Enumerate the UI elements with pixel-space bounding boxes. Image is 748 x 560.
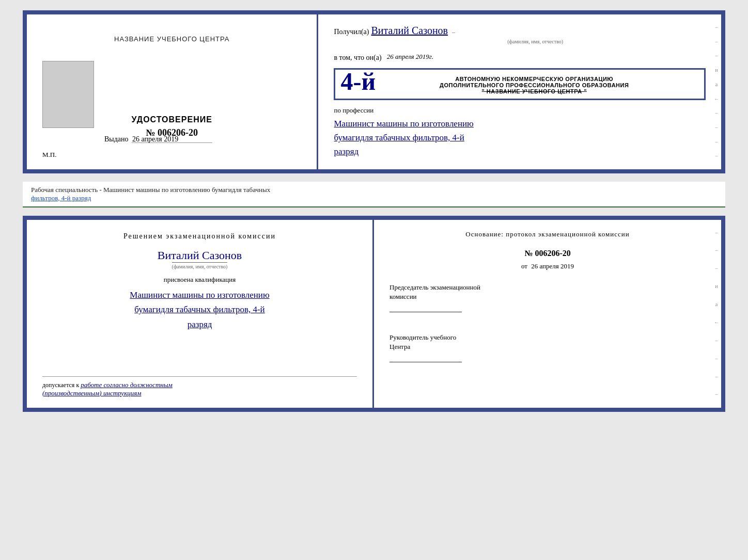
org-name-header: НАЗВАНИЕ УЧЕБНОГО ЦЕНТРА <box>114 35 229 43</box>
vydano-line: Выдано 26 апреля 2019 <box>104 135 178 143</box>
stamp-box: 4-й АВТОНОМНУЮ НЕКОММЕРЧЕСКУЮ ОРГАНИЗАЦИ… <box>334 68 706 100</box>
poluchil-prefix: Получил(а) <box>334 28 369 36</box>
bottom-right-page: Основание: протокол экзаменационной коми… <box>374 220 721 408</box>
ot-date-value: 26 апреля 2019 <box>531 262 574 270</box>
poluchil-row: Получил(а) Виталий Сазонов – <box>334 25 706 37</box>
predsedatel-block: Председатель экзаменационной комиссии <box>389 283 706 312</box>
bottom-left-content: Решением экзаменационной комиссии Витали… <box>42 232 357 333</box>
poluchil-name: Виталий Сазонов <box>371 25 448 36</box>
dopuskaetsya-label: допускается к <box>42 381 79 389</box>
cert-left-page: НАЗВАНИЕ УЧЕБНОГО ЦЕНТРА УДОСТОВЕРЕНИЕ №… <box>27 14 318 169</box>
profession-line1: Машинист машины по изготовлению <box>334 117 706 131</box>
stamp-line3: " НАЗВАНИЕ УЧЕБНОГО ЦЕНТРА " <box>371 88 697 94</box>
cert-right-page: Получил(а) Виталий Сазонов – (фамилия, и… <box>318 14 721 169</box>
osnovanie-title: Основание: протокол экзаменационной коми… <box>389 230 706 238</box>
predsedatel-subtitle: комиссии <box>389 292 706 301</box>
right-edge-dashes-top: – – – и а ← – – – – <box>712 14 721 169</box>
ot-label: от <box>521 262 527 270</box>
bottom-divider <box>42 376 357 377</box>
date-okончил-row: в том, что он(а) 26 апреля 2019г. <box>334 50 706 64</box>
vydano-label: Выдано <box>104 135 129 143</box>
v-tom-chto: в том, что он(а) <box>334 54 381 62</box>
info-bar-line2: фильтров, 4-й разряд <box>31 194 717 202</box>
bottom-certificate-section: Решением экзаменационной комиссии Витали… <box>23 216 725 412</box>
rukovoditel-block: Руководитель учебного Центра <box>389 333 706 362</box>
stamp-line1: АВТОНОМНУЮ НЕКОММЕРЧЕСКУЮ ОРГАНИЗАЦИЮ <box>371 76 697 82</box>
dopuskaetsya-block: допускается к работе согласно должностны… <box>42 372 357 397</box>
stamp-line2: ДОПОЛНИТЕЛЬНОГО ПРОФЕССИОНАЛЬНОГО ОБРАЗО… <box>371 82 697 88</box>
kval-line1: Машинист машины по изготовлению <box>130 288 269 303</box>
bottom-certificate-book: Решением экзаменационной комиссии Витали… <box>23 216 725 412</box>
predsedatel-title: Председатель экзаменационной <box>389 283 706 292</box>
fio-handwritten: Виталий Сазонов <box>158 249 242 262</box>
ot-date: от 26 апреля 2019 <box>389 262 706 270</box>
info-bar-line1: Рабочая специальность - Машинист машины … <box>31 186 717 194</box>
top-certificate-book: НАЗВАНИЕ УЧЕБНОГО ЦЕНТРА УДОСТОВЕРЕНИЕ №… <box>23 10 725 173</box>
right-edge-dashes-bottom: – – – и а ← – – – – <box>712 220 721 408</box>
udostoverenie-title: УДОСТОВЕРЕНИЕ <box>132 115 212 124</box>
rukovoditel-subtitle: Центра <box>389 342 706 351</box>
predsedatel-signature-line <box>389 312 462 312</box>
profession-line3: разряд <box>334 145 706 158</box>
rukovoditel-title: Руководитель учебного <box>389 333 706 342</box>
kval-line3: разряд <box>188 317 212 332</box>
protocol-number: № 006206-20 <box>389 249 706 258</box>
dopuskaetsya-value1: работе согласно должностным <box>81 381 173 389</box>
photo-placeholder <box>42 61 94 128</box>
dash-after-name: – <box>452 28 455 36</box>
vydano-date: 26 апреля 2019 <box>132 135 178 143</box>
top-certificate-section: НАЗВАНИЕ УЧЕБНОГО ЦЕНТРА УДОСТОВЕРЕНИЕ №… <box>23 10 725 173</box>
prisvоена: присвоена квалификация <box>164 276 236 284</box>
info-bar: Рабочая специальность - Машинист машины … <box>23 182 725 207</box>
vydano-date-right: 26 апреля 2019г. <box>387 53 433 61</box>
bottom-left-page: Решением экзаменационной комиссии Витали… <box>27 220 374 408</box>
resheniem-title: Решением экзаменационной комиссии <box>123 232 276 241</box>
kval-line2: бумагидля табачных фильтров, 4-й <box>134 302 264 317</box>
fio-sub: (фамилия, имя, отчество) <box>172 262 228 269</box>
mp-label: М.П. <box>42 151 56 159</box>
po-professii: по профессии <box>334 106 706 115</box>
rukovoditel-signature-line <box>389 362 462 362</box>
poluchil-sub: (фамилия, имя, отчество) <box>365 39 706 44</box>
big-4-label: 4-й <box>340 67 376 95</box>
profession-line2: бумагидля табачных фильтров, 4-й <box>334 131 706 145</box>
dopuskaetsya-value2: (производственным) инструкциям <box>42 389 142 397</box>
